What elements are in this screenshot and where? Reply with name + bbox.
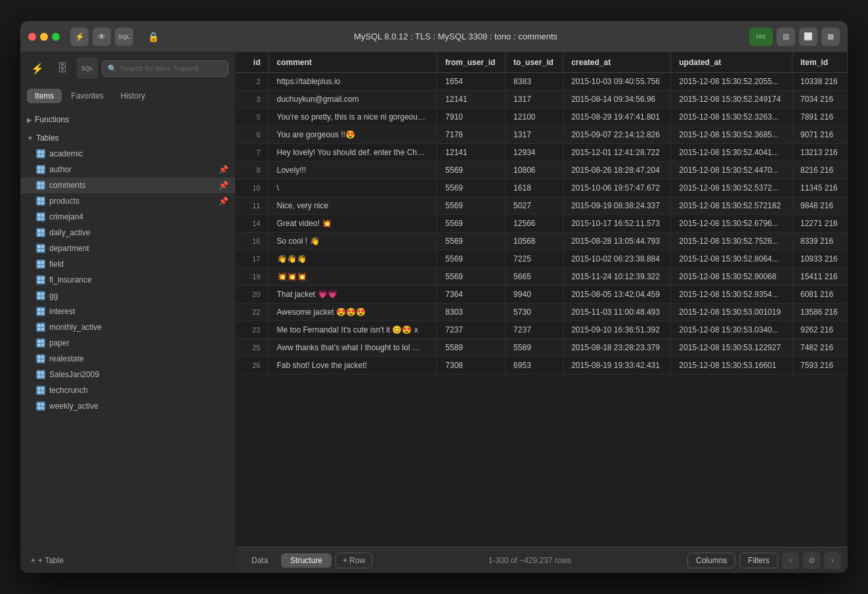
tab-items[interactable]: Items: [27, 89, 62, 103]
cell-item-id[interactable]: 9262 216: [792, 321, 848, 339]
cell-created-at[interactable]: 2015-08-14 09:34:56.96: [563, 91, 671, 108]
table-row[interactable]: 11Nice, very nice556950272015-09-19 08:3…: [236, 197, 848, 215]
cell-comment[interactable]: So cool ! 👋: [269, 233, 437, 250]
col-header-updated-at[interactable]: updated_at: [671, 53, 792, 73]
cell-to-user_id[interactable]: 8383: [506, 73, 563, 91]
columns-button[interactable]: Columns: [687, 553, 735, 568]
cell-to-user_id[interactable]: 5027: [506, 197, 563, 215]
table-row[interactable]: 2https://tableplus.io165483832015-10-03 …: [236, 73, 848, 91]
cell-id[interactable]: 19: [236, 268, 269, 286]
cell-to-user_id[interactable]: 5589: [506, 339, 563, 357]
rec-button[interactable]: rec: [749, 28, 773, 46]
cell-comment[interactable]: 👋👋👋: [269, 250, 437, 268]
table-row[interactable]: 22Awesome jacket 😍😍😍830357302015-11-03 1…: [236, 304, 848, 321]
cell-id[interactable]: 10: [236, 179, 269, 197]
cell-id[interactable]: 6: [236, 126, 269, 144]
sidebar-item-paper[interactable]: paper: [20, 335, 235, 351]
cell-created-at[interactable]: 2015-11-24 10:12:39.322: [563, 268, 671, 286]
tab-structure[interactable]: Structure: [281, 553, 332, 568]
tab-history[interactable]: History: [113, 89, 153, 103]
cell-comment[interactable]: Awesome jacket 😍😍😍: [269, 304, 437, 321]
maximize-button[interactable]: [52, 33, 60, 41]
split-view-icon[interactable]: ▥: [777, 28, 795, 46]
table-row[interactable]: 10\556916182015-10-06 19:57:47.6722015-1…: [236, 179, 848, 197]
sidebar-item-products[interactable]: products 📌: [20, 193, 235, 209]
cell-created-at[interactable]: 2015-10-06 19:57:47.672: [563, 179, 671, 197]
close-button[interactable]: [28, 33, 36, 41]
cell-from-user_id[interactable]: 5569: [437, 162, 506, 179]
col-header-id[interactable]: id: [236, 53, 269, 73]
table-row[interactable]: 3duchuykun@gmail.com1214113172015-08-14 …: [236, 91, 848, 108]
cell-item-id[interactable]: 9071 216: [792, 126, 848, 144]
sidebar-item-comments[interactable]: comments 📌: [20, 177, 235, 193]
table-row[interactable]: 23Me too Fernanda! It's cute isn't it 😊😍…: [236, 321, 848, 339]
cell-updated-at[interactable]: 2015-12-08 15:30:52.90068: [671, 268, 792, 286]
cell-id[interactable]: 5: [236, 108, 269, 126]
cell-from-user_id[interactable]: 7178: [437, 126, 506, 144]
cell-item-id[interactable]: 6081 216: [792, 286, 848, 304]
col-header-item-id[interactable]: item_id: [792, 53, 848, 73]
cell-from-user_id[interactable]: 1654: [437, 73, 506, 91]
cell-updated-at[interactable]: 2015-12-08 15:30:52.6796...: [671, 215, 792, 233]
table-row[interactable]: 19💥💥💥556956652015-11-24 10:12:39.3222015…: [236, 268, 848, 286]
sidebar-item-monthly-active[interactable]: monthly_active: [20, 319, 235, 335]
cell-created-at[interactable]: 2015-10-03 09:40:55.756: [563, 73, 671, 91]
cell-created-at[interactable]: 2015-12-01 12:41:28.722: [563, 144, 671, 162]
settings-button[interactable]: ⚙: [803, 552, 820, 569]
functions-section-header[interactable]: ▶ Functions: [20, 112, 235, 127]
table-row[interactable]: 17👋👋👋556972252015-10-02 06:23:38.8842015…: [236, 250, 848, 268]
cell-from-user_id[interactable]: 7237: [437, 321, 506, 339]
sidebar-item-academic[interactable]: academic: [20, 146, 235, 162]
cell-updated-at[interactable]: 2015-12-08 15:30:53.0340...: [671, 321, 792, 339]
cell-item-id[interactable]: 9848 216: [792, 197, 848, 215]
cell-updated-at[interactable]: 2015-12-08 15:30:52.9354...: [671, 286, 792, 304]
cell-updated-at[interactable]: 2015-12-08 15:30:53.122927: [671, 339, 792, 357]
cell-comment[interactable]: https://tableplus.io: [269, 73, 437, 91]
cell-created-at[interactable]: 2015-08-19 19:33:42.431: [563, 357, 671, 375]
sidebar-connection-icon[interactable]: ⚡: [27, 58, 48, 79]
cell-updated-at[interactable]: 2015-12-08 15:30:52.7526...: [671, 233, 792, 250]
sidebar-item-weekly-active[interactable]: weekly_active: [20, 398, 235, 414]
cell-id[interactable]: 3: [236, 91, 269, 108]
cell-id[interactable]: 20: [236, 286, 269, 304]
table-row[interactable]: 26Fab shot! Love the jacket!730869532015…: [236, 357, 848, 375]
sidebar-item-gg[interactable]: gg: [20, 288, 235, 304]
add-row-button[interactable]: + Row: [336, 553, 372, 568]
layout-icon2[interactable]: ▦: [821, 28, 840, 46]
sidebar-sql-icon[interactable]: SQL: [77, 58, 98, 79]
cell-comment[interactable]: \: [269, 179, 437, 197]
cell-created-at[interactable]: 2015-11-03 11:00:48.493: [563, 304, 671, 321]
cell-id[interactable]: 26: [236, 357, 269, 375]
table-row[interactable]: 6You are gorgeous !!😍717813172015-09-07 …: [236, 126, 848, 144]
cell-id[interactable]: 16: [236, 233, 269, 250]
cell-from-user_id[interactable]: 7364: [437, 286, 506, 304]
cell-id[interactable]: 17: [236, 250, 269, 268]
table-row[interactable]: 25Aww thanks that's what I thought to lo…: [236, 339, 848, 357]
cell-id[interactable]: 11: [236, 197, 269, 215]
cell-comment[interactable]: You're so pretty, this is a nice ni gorg…: [269, 108, 437, 126]
table-row[interactable]: 14Great video! 💥5569125662015-10-17 16:5…: [236, 215, 848, 233]
table-container[interactable]: id comment from_user_id to_user_id creat…: [236, 53, 848, 547]
table-row[interactable]: 5You're so pretty, this is a nice ni gor…: [236, 108, 848, 126]
prev-page-button[interactable]: ‹: [782, 552, 799, 569]
sidebar-item-daily-active[interactable]: daily_active: [20, 225, 235, 240]
col-header-to-user-id[interactable]: to_user_id: [506, 53, 563, 73]
col-header-from-user-id[interactable]: from_user_id: [437, 53, 506, 73]
cell-from-user_id[interactable]: 5589: [437, 339, 506, 357]
cell-to-user_id[interactable]: 7225: [506, 250, 563, 268]
cell-comment[interactable]: Great video! 💥: [269, 215, 437, 233]
cell-id[interactable]: 23: [236, 321, 269, 339]
cell-from-user_id[interactable]: 8303: [437, 304, 506, 321]
add-table-button[interactable]: + + Table: [27, 553, 228, 568]
cell-to-user_id[interactable]: 6953: [506, 357, 563, 375]
cell-to-user_id[interactable]: 12934: [506, 144, 563, 162]
cell-id[interactable]: 22: [236, 304, 269, 321]
cell-updated-at[interactable]: 2015-12-08 15:30:53.001019: [671, 304, 792, 321]
cell-to-user_id[interactable]: 1317: [506, 91, 563, 108]
cell-item-id[interactable]: 7593 216: [792, 357, 848, 375]
cell-created-at[interactable]: 2015-10-02 06:23:38.884: [563, 250, 671, 268]
sidebar-db-icon[interactable]: 🗄: [52, 58, 73, 79]
cell-item-id[interactable]: 10338 216: [792, 73, 848, 91]
sidebar-item-techcrunch[interactable]: techcrunch: [20, 382, 235, 398]
cell-from-user_id[interactable]: 12141: [437, 91, 506, 108]
